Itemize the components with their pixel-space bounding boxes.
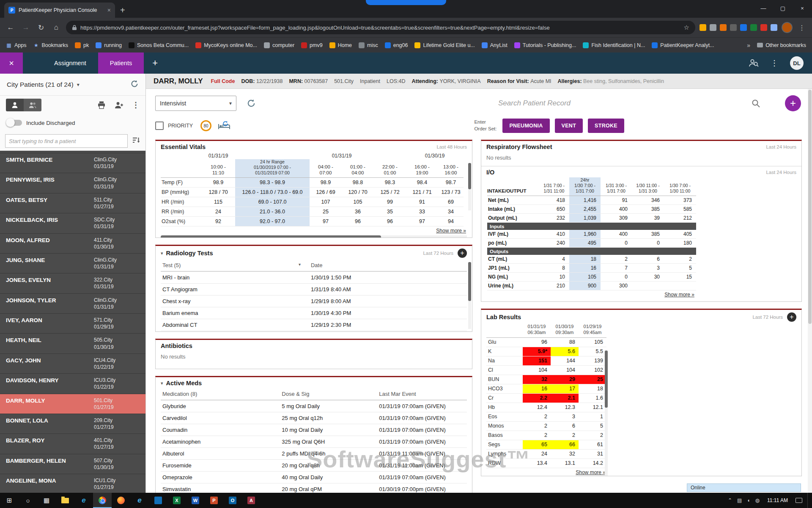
patient-list-item[interactable]: PENNYWISE, IRISClinG.City01/31/19 bbox=[0, 173, 145, 193]
refresh-census-button[interactable] bbox=[130, 80, 139, 90]
chevron-down-icon[interactable]: ▾ bbox=[77, 82, 80, 88]
forward-button-icon[interactable]: → bbox=[20, 23, 31, 32]
patient-list-item[interactable]: OATES, BETSY511.City01/27/19 bbox=[0, 193, 145, 213]
tab-assignment[interactable]: Assignment bbox=[42, 52, 98, 74]
vertical-scrollbar[interactable] bbox=[605, 351, 608, 476]
my-patients-toggle-button[interactable] bbox=[6, 99, 24, 111]
back-button-icon[interactable]: ← bbox=[5, 23, 16, 32]
bookmark-item[interactable]: misc bbox=[359, 42, 378, 48]
volume-icon[interactable]: ◖ bbox=[747, 497, 750, 503]
bookmark-item[interactable]: computer bbox=[264, 42, 294, 48]
bookmark-item[interactable]: pmv9 bbox=[301, 42, 323, 48]
medication-row[interactable]: Furosemide20 mg Oral q8h01/31/19 11:00am… bbox=[161, 460, 467, 472]
patient-list-item[interactable]: MOON, ALFRED411.City01/30/19 bbox=[0, 234, 145, 254]
show-more-link[interactable]: Show more » bbox=[161, 226, 467, 235]
census-selector[interactable]: City Patients (21 of 24) bbox=[7, 81, 74, 88]
add-workspace-tab-button[interactable]: + bbox=[152, 52, 158, 74]
patient-list-item[interactable]: JUNG, SHANEClinG.City01/31/19 bbox=[0, 254, 145, 273]
show-more-link[interactable]: Show more » bbox=[486, 468, 606, 476]
app-menu-icon[interactable]: ⋮ bbox=[771, 58, 778, 68]
column-filter-caret-icon[interactable]: ▾ bbox=[299, 262, 301, 267]
medication-row[interactable]: Omeprazole40 mg Oral Daily01/31/19 07:00… bbox=[161, 472, 467, 483]
patient-record-search[interactable] bbox=[498, 99, 760, 108]
scrollbar-thumb[interactable] bbox=[468, 262, 471, 301]
scrollbar-thumb[interactable] bbox=[161, 235, 381, 238]
extension-icon-5[interactable] bbox=[740, 24, 747, 31]
address-bar[interactable]: https://pmdemov9.patientkeeper.com/outer… bbox=[66, 21, 695, 34]
bookmark-item[interactable]: Home bbox=[329, 42, 352, 48]
scrollbar-thumb[interactable] bbox=[605, 351, 608, 408]
add-record-button[interactable]: + bbox=[785, 95, 801, 111]
extension-icon-3[interactable] bbox=[720, 24, 727, 31]
powerpoint-button[interactable]: P bbox=[205, 493, 223, 508]
print-button[interactable] bbox=[97, 101, 106, 109]
add-lab-button[interactable]: + bbox=[787, 312, 796, 322]
patient-list-item[interactable]: SMITH, BERNICEClinG.City01/31/19 bbox=[0, 153, 145, 173]
radiology-row[interactable]: MRI - brain1/30/19 1:50 PM bbox=[161, 271, 467, 284]
window-close-button[interactable]: × bbox=[793, 0, 812, 16]
all-patients-toggle-button[interactable] bbox=[24, 99, 41, 111]
medication-row[interactable]: Acetaminophen325 mg Oral Q6H01/31/19 07:… bbox=[161, 436, 467, 448]
vertical-scrollbar[interactable] bbox=[468, 262, 471, 329]
collapse-caret-icon[interactable]: ▾ bbox=[161, 381, 163, 386]
extension-icon-1[interactable] bbox=[700, 24, 706, 31]
extension-icon-2[interactable] bbox=[710, 24, 716, 31]
bookmark-item[interactable]: PatientKeeper Analyt... bbox=[652, 42, 714, 48]
bookmarks-overflow-icon[interactable]: » bbox=[747, 42, 750, 49]
patient-list-item[interactable]: ANGELINE, MONAICU1.City01/27/19 bbox=[0, 474, 145, 493]
search-icon[interactable] bbox=[751, 99, 760, 108]
priority-gauge-icon[interactable]: 80 bbox=[200, 120, 211, 131]
task-view-button[interactable]: ▦ bbox=[37, 493, 56, 508]
bookmark-item[interactable]: running bbox=[96, 42, 122, 48]
home-button-icon[interactable]: ⌂ bbox=[51, 23, 62, 32]
include-discharged-toggle[interactable] bbox=[7, 120, 22, 126]
sidebar-menu-icon[interactable]: ⋮ bbox=[132, 100, 140, 110]
view-selector[interactable]: Intensivist ▾ bbox=[155, 96, 236, 111]
bookmark-item[interactable]: Fish Identification | N... bbox=[583, 42, 645, 48]
show-more-link[interactable]: Show more » bbox=[486, 290, 695, 298]
add-patient-button[interactable] bbox=[114, 101, 123, 109]
patient-list-item[interactable]: BONNET, LOLA209.City01/27/19 bbox=[0, 414, 145, 434]
word-button[interactable]: W bbox=[186, 493, 205, 508]
bookmark-item[interactable]: pk bbox=[75, 42, 89, 48]
edge-button[interactable]: e bbox=[74, 493, 93, 508]
notification-center-icon[interactable] bbox=[796, 498, 802, 503]
extension-icon-8[interactable] bbox=[771, 24, 777, 31]
patient-list-item[interactable]: BLAZER, ROY401.City01/27/19 bbox=[0, 434, 145, 454]
outlook-button[interactable]: O bbox=[223, 493, 242, 508]
bookmark-item[interactable]: MycoKeys online Mo... bbox=[195, 42, 257, 48]
start-button[interactable]: ⊞ bbox=[0, 493, 19, 508]
sort-button[interactable] bbox=[132, 136, 140, 146]
extension-icon-6[interactable] bbox=[750, 24, 757, 31]
excel-button[interactable]: X bbox=[167, 493, 186, 508]
tray-expand-icon[interactable]: ⌃ bbox=[728, 497, 732, 503]
tab-patients[interactable]: Patients bbox=[98, 52, 144, 74]
bookmark-item[interactable]: eng06 bbox=[385, 42, 408, 48]
radiology-row[interactable]: CT Angiogram1/31/19 8:40 AM bbox=[161, 284, 467, 295]
patient-list-item[interactable]: NICKELBACK, IRISSDC.City01/31/19 bbox=[0, 213, 145, 233]
user-avatar[interactable]: DL bbox=[790, 56, 804, 70]
radiology-row[interactable]: Barium enema1/30/19 4:30 PM bbox=[161, 307, 467, 319]
reload-button-icon[interactable]: ↻ bbox=[36, 23, 47, 32]
order-set-button-pneumonia[interactable]: PNEUMONIA bbox=[502, 119, 549, 133]
radiology-row[interactable]: Chest x-ray1/29/19 8:00 AM bbox=[161, 295, 467, 307]
bookmark-item[interactable]: Sonos Beta Commu... bbox=[129, 42, 189, 48]
radiology-row[interactable]: Abdominal CT1/29/19 2:30 PM bbox=[161, 319, 467, 331]
extension-icon-7[interactable] bbox=[760, 24, 767, 31]
bed-status-button[interactable] bbox=[217, 121, 231, 131]
patient-record-search-input[interactable] bbox=[498, 99, 747, 108]
window-maximize-button[interactable]: ▢ bbox=[773, 0, 793, 16]
medication-row[interactable]: Carvedilol25 mg Oral q12h01/31/19 07:00a… bbox=[161, 412, 467, 424]
bookmark-item[interactable]: ★Bookmarks bbox=[33, 42, 69, 48]
medication-row[interactable]: Albuterol2 puffs MDI q4-6h01/31/19 11:00… bbox=[161, 448, 467, 460]
new-tab-button[interactable]: + bbox=[120, 6, 125, 15]
patient-list-item[interactable]: GACY, JOHNICU4.City01/22/19 bbox=[0, 354, 145, 374]
scrollbar-thumb[interactable] bbox=[468, 163, 471, 189]
file-explorer-button[interactable] bbox=[56, 493, 74, 508]
other-bookmarks[interactable]: Other bookmarks bbox=[757, 42, 806, 48]
bookmark-item[interactable]: Lifetime Gold Elite u... bbox=[414, 42, 475, 48]
extension-icon-4[interactable] bbox=[730, 24, 737, 31]
bookmark-item[interactable]: ▦Apps bbox=[6, 42, 27, 48]
internet-explorer-button[interactable]: e bbox=[130, 493, 149, 508]
collapse-caret-icon[interactable]: ▾ bbox=[161, 251, 163, 256]
